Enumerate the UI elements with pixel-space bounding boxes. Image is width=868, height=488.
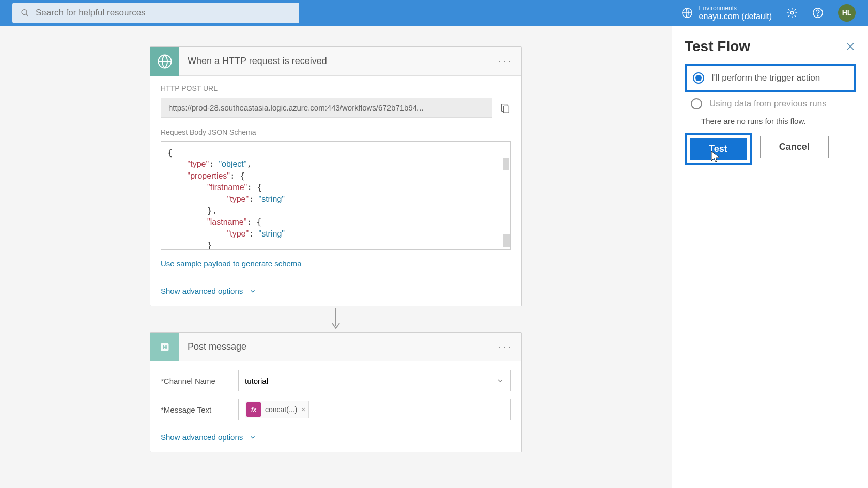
scrollbar[interactable] [503,158,509,170]
environment-selector[interactable]: Environments enayu.com (default) [681,5,772,21]
fx-icon: fx [246,402,261,417]
globe-icon [681,7,693,19]
panel-title: Test Flow [685,38,750,55]
search-container[interactable] [12,3,299,23]
action-menu[interactable]: ··· [498,341,513,353]
radio-previous-runs: Using data from previous runs [685,92,856,116]
svg-point-5 [817,15,818,15]
action-card: Post message ··· *Channel Name tutorial … [150,332,522,452]
no-runs-text: There are no runs for this flow. [701,117,856,125]
channel-value: tutorial [245,376,268,385]
close-icon[interactable] [845,41,856,52]
advanced-label: Show advanced options [161,287,243,295]
message-label: *Message Text [161,405,238,414]
gear-icon[interactable] [786,7,798,19]
flow-canvas: When a HTTP request is received ··· HTTP… [0,26,672,452]
radio-label: I'll perform the trigger action [711,73,820,83]
test-flow-panel: Test Flow I'll perform the trigger actio… [672,26,868,488]
sample-payload-link[interactable]: Use sample payload to generate schema [161,259,302,268]
svg-rect-12 [163,346,167,348]
trigger-card: When a HTTP request is received ··· HTTP… [150,46,522,306]
chevron-down-icon [249,434,256,441]
svg-point-3 [791,11,794,14]
search-input[interactable] [36,8,291,18]
radio-perform-trigger[interactable]: I'll perform the trigger action [685,64,856,92]
copy-icon[interactable] [500,102,511,114]
trigger-header[interactable]: When a HTTP request is received ··· [150,47,521,76]
arrow-down-icon [330,308,342,330]
trigger-menu[interactable]: ··· [498,55,513,67]
action-title: Post message [179,341,498,352]
trigger-title: When a HTTP request is received [179,56,498,67]
env-value: enayu.com (default) [699,12,772,21]
advanced-toggle[interactable]: Show advanced options [161,431,511,442]
flow-connector [330,306,342,332]
url-input[interactable]: https://prod-28.southeastasia.logic.azur… [161,98,492,118]
svg-line-1 [26,14,28,16]
test-button-highlight: Test [685,133,752,165]
url-label: HTTP POST URL [161,84,511,92]
avatar[interactable]: HL [838,4,856,22]
topbar-right: Environments enayu.com (default) HL [681,4,856,22]
topbar: Environments enayu.com (default) HL [0,0,868,26]
channel-label: *Channel Name [161,376,238,385]
expression-chip[interactable]: fx concat(...) × [245,401,309,418]
scrollbar[interactable] [503,234,511,247]
action-header[interactable]: Post message ··· [150,333,521,361]
channel-dropdown[interactable]: tutorial [238,370,511,391]
help-icon[interactable] [812,7,824,19]
chip-text: concat(...) [265,405,297,414]
chevron-down-icon [249,288,256,295]
radio-label: Using data from previous runs [709,99,827,109]
post-message-icon [150,333,179,361]
radio-icon [691,98,702,109]
schema-text: { "type": "object", "properties": { "fir… [167,147,504,250]
radio-icon [693,72,704,84]
advanced-label: Show advanced options [161,433,243,442]
advanced-toggle[interactable]: Show advanced options [161,279,511,295]
search-icon [21,8,29,18]
http-icon [150,47,179,76]
test-button[interactable]: Test [690,138,747,160]
svg-point-0 [22,10,27,15]
schema-label: Request Body JSON Schema [161,128,511,136]
message-input[interactable]: fx concat(...) × [238,399,511,420]
schema-editor[interactable]: { "type": "object", "properties": { "fir… [161,141,511,250]
chip-close[interactable]: × [301,405,305,414]
cancel-button[interactable]: Cancel [760,136,829,158]
svg-rect-7 [503,106,509,113]
chevron-down-icon [496,376,504,385]
env-label: Environments [699,5,772,12]
